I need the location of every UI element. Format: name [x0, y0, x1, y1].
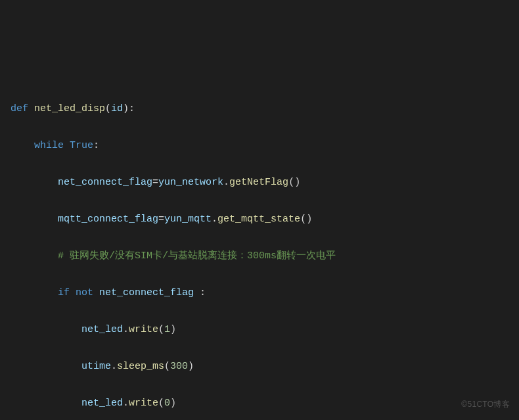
number: 1: [164, 324, 170, 335]
comment: # 驻网失败/没有SIM卡/与基站脱离连接：300ms翻转一次电平: [58, 250, 336, 262]
paren: (): [288, 177, 300, 188]
code-line: net_connect_flag=yun_network.getNetFlag(…: [11, 174, 519, 192]
code-line: net_led.write(1): [11, 321, 519, 339]
code-line: net_led.write(0): [11, 394, 519, 413]
code-line: mqtt_connect_flag=yun_mqtt.get_mqtt_stat…: [11, 210, 519, 229]
object: utime: [81, 361, 111, 372]
paren: ): [188, 361, 194, 372]
object: net_led: [81, 324, 123, 335]
variable: net_connect_flag: [99, 287, 194, 298]
paren: (): [300, 214, 312, 225]
colon: :: [93, 140, 99, 151]
paren: ): [170, 398, 176, 409]
object: yun_mqtt: [164, 214, 212, 225]
code-line: if not net_connect_flag :: [11, 284, 519, 302]
method: write: [129, 324, 158, 335]
keyword-def: def: [11, 103, 28, 114]
method: sleep_ms: [117, 361, 164, 372]
eq: =: [152, 177, 158, 188]
paren: (: [158, 324, 164, 335]
bool-true: True: [70, 140, 93, 151]
colon: :: [194, 287, 206, 298]
dot: .: [123, 398, 129, 409]
paren: (: [105, 103, 111, 114]
method: getNetFlag: [229, 177, 288, 188]
code-line: # 驻网失败/没有SIM卡/与基站脱离连接：300ms翻转一次电平: [11, 247, 519, 266]
variable: mqtt_connect_flag: [58, 214, 158, 225]
keyword-if: if: [58, 287, 70, 298]
object: net_led: [81, 398, 123, 409]
code-line: while True:: [11, 137, 519, 155]
param: id: [111, 103, 123, 114]
dot: .: [123, 324, 129, 335]
dot: .: [223, 177, 229, 188]
code-line: def net_led_disp(id):: [11, 100, 519, 118]
variable: net_connect_flag: [58, 177, 152, 188]
method: get_mqtt_state: [217, 214, 300, 225]
keyword-while: while: [34, 140, 64, 151]
number: 0: [164, 398, 170, 409]
paren: ): [170, 324, 176, 335]
dot: .: [111, 361, 117, 372]
watermark-text: ©51CTO博客: [461, 395, 510, 413]
method: write: [129, 398, 158, 409]
paren: ):: [123, 103, 135, 114]
dot: .: [212, 214, 217, 225]
code-line: utime.sleep_ms(300): [11, 358, 519, 376]
function-name: net_led_disp: [34, 103, 105, 114]
code-editor[interactable]: def net_led_disp(id): while True: net_co…: [11, 82, 519, 420]
paren: (: [158, 398, 164, 409]
object: yun_network: [158, 177, 223, 188]
number: 300: [170, 361, 188, 372]
keyword-not: not: [76, 287, 93, 298]
paren: (: [164, 361, 170, 372]
eq: =: [158, 214, 164, 225]
